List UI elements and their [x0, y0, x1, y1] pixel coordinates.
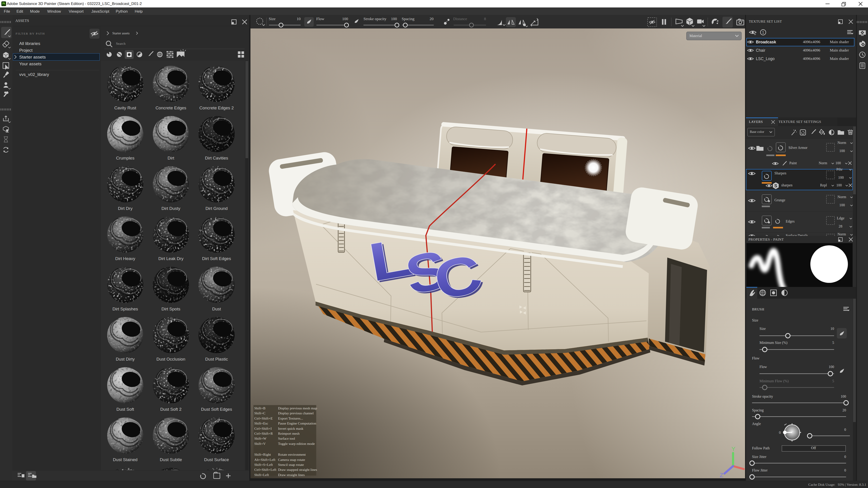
svg-text:Y: Y — [732, 446, 735, 452]
svg-text:100: 100 — [342, 17, 348, 21]
svg-text:0: 0 — [779, 431, 781, 434]
svg-text:100: 100 — [391, 17, 397, 21]
svg-text:Spacing: Spacing — [402, 17, 414, 21]
svg-text:Flow: Flow — [316, 17, 324, 21]
svg-text:Z: Z — [720, 472, 723, 479]
svg-text:1: 1 — [762, 31, 764, 34]
svg-text:8: 8 — [484, 17, 486, 21]
svg-text:20: 20 — [430, 17, 434, 21]
svg-text:10: 10 — [297, 17, 301, 21]
svg-text:Stroke opacity: Stroke opacity — [364, 17, 386, 21]
svg-text:Size: Size — [269, 17, 276, 21]
svg-text:Distance: Distance — [453, 17, 467, 21]
svg-text:S: S — [774, 183, 777, 188]
